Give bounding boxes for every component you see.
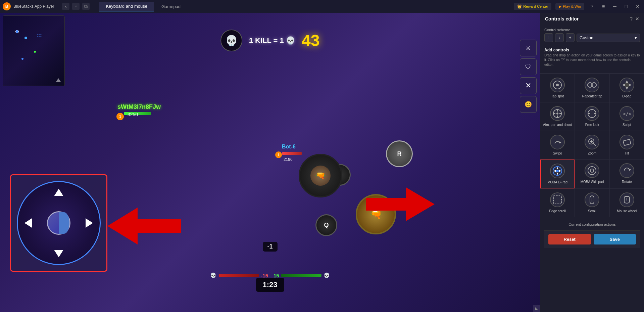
game-timer: 1:23: [256, 278, 284, 292]
ctrl-label-repeated-tap: Repeated tap: [582, 94, 602, 98]
panel-header-icons: ? ✕: [630, 16, 639, 21]
ctrl-icon-swipe: [550, 135, 565, 149]
red-arrow-left: [107, 208, 181, 244]
nav-multi-button[interactable]: ⧉: [82, 3, 90, 10]
bot-name: Bot-6: [282, 144, 296, 150]
kill-badge: 💀: [220, 30, 242, 51]
main-skill-circle[interactable]: 🔫: [299, 154, 342, 197]
ctrl-label-tap-spot: Tap spot: [551, 94, 564, 98]
score-left: 💀: [210, 272, 216, 278]
bot-health-bar: [282, 152, 302, 155]
reset-button[interactable]: Reset: [548, 234, 591, 244]
ctrl-icon-moba-skill-pad: [585, 163, 599, 178]
scheme-value: Custom: [580, 35, 595, 40]
weapon-circle[interactable]: 🔫: [356, 194, 396, 234]
ctrl-icon-free-look: [585, 106, 599, 121]
cross-button[interactable]: ✕: [520, 77, 537, 94]
config-actions-label: Current configuration actions: [544, 220, 640, 228]
scheme-add-button[interactable]: +: [566, 33, 575, 42]
app-logo: B: [3, 2, 11, 10]
ctrl-icon-script: </>: [620, 106, 634, 121]
svg-point-32: [556, 170, 559, 172]
menu-button[interactable]: ≡: [600, 3, 607, 10]
ctrl-item-mouse-wheel[interactable]: Mouse wheel: [610, 189, 644, 217]
maximize-button[interactable]: □: [623, 3, 630, 10]
ctrl-icon-tap-spot: [550, 78, 565, 92]
reward-center-button[interactable]: 👑 Reward Center: [514, 3, 551, 10]
ctrl-item-moba-skill-pad[interactable]: MOBA Skill pad: [575, 160, 609, 188]
game-area: ■ ■ ■■ ■ ■ 💀 1 KILL = 1 💀 43 ⚔ 🛡 ✕ 😊 sWt…: [0, 13, 540, 312]
panel-close-icon[interactable]: ✕: [635, 16, 639, 21]
scheme-row: ↑ ↓ + Custom ▾: [544, 33, 640, 42]
minimize-button[interactable]: ─: [611, 3, 618, 10]
ctrl-item-zoom[interactable]: Zoom: [575, 131, 609, 159]
sword-button[interactable]: ⚔: [520, 40, 537, 56]
dpad-circle: [17, 181, 101, 265]
add-controls-description: Drag and drop an action on your game scr…: [544, 53, 640, 67]
save-button[interactable]: Save: [594, 234, 636, 244]
right-panel: Controls editor ? ✕ Control scheme ↑ ↓ +…: [540, 13, 644, 312]
add-controls-title: Add controls: [544, 48, 640, 52]
ctrl-icon-d-pad: [620, 78, 634, 92]
kill-text: 1 KILL = 1 💀: [249, 36, 295, 45]
ctrl-item-repeated-tap[interactable]: Repeated tap: [575, 74, 609, 102]
bot-score: 2196: [284, 157, 293, 162]
ctrl-item-tilt[interactable]: Tilt: [610, 131, 644, 159]
ctrl-item-free-look[interactable]: Free look: [575, 102, 609, 131]
add-controls-section: Add controls Drag and drop an action on …: [540, 45, 644, 74]
arrow-head-right: [406, 187, 435, 221]
ctrl-label-tilt: Tilt: [625, 151, 629, 155]
reward-center-label: Reward Center: [523, 4, 548, 8]
ctrl-icon-moba-dpad: [550, 164, 565, 178]
ctrl-item-edge-scroll[interactable]: Edge scroll: [540, 189, 575, 217]
hud-top: 💀 1 KILL = 1 💀 43: [220, 30, 320, 51]
svg-marker-28: [556, 167, 558, 169]
ctrl-item-d-pad[interactable]: D-pad: [610, 74, 644, 102]
svg-marker-31: [559, 170, 561, 172]
ctrl-item-swipe[interactable]: Swipe: [540, 131, 575, 159]
kill-count: 43: [302, 31, 319, 50]
skill-q-button[interactable]: Q: [315, 214, 337, 236]
controls-grid: Tap spotRepeated tapD-padAim, pan and sh…: [540, 74, 644, 217]
nav-back-button[interactable]: ‹: [62, 3, 69, 10]
ctrl-item-moba-dpad[interactable]: MOBA D-Pad: [540, 160, 575, 188]
shield-button[interactable]: 🛡: [520, 58, 537, 75]
control-scheme-section: Control scheme ↑ ↓ + Custom ▾: [540, 25, 644, 45]
ctrl-item-tap-spot[interactable]: Tap spot: [540, 74, 575, 102]
tab-gamepad[interactable]: Gamepad: [155, 2, 187, 11]
scheme-upload-button[interactable]: ↑: [544, 33, 553, 42]
side-action-buttons: ⚔ 🛡 ✕ 😊: [520, 40, 537, 113]
smiley-button[interactable]: 😊: [520, 96, 537, 113]
ctrl-item-rotate[interactable]: Rotate: [610, 160, 644, 188]
dpad-center-button[interactable]: [47, 211, 70, 235]
panel-title: Controls editor: [545, 16, 579, 21]
dropdown-icon: ▾: [635, 35, 637, 40]
svg-line-23: [593, 143, 596, 146]
skull-icon: 💀: [225, 35, 238, 46]
score-right-num: 15: [274, 273, 279, 278]
svg-point-14: [556, 113, 558, 115]
close-button[interactable]: ✕: [634, 3, 641, 10]
svg-rect-26: [623, 139, 631, 146]
nav-home-button[interactable]: ⌂: [72, 3, 80, 10]
play-win-button[interactable]: ▶ Play & Win: [555, 3, 584, 10]
dpad-arrow-up: [54, 189, 63, 196]
left-arrow-indicator: [107, 208, 181, 244]
skill-r-button[interactable]: R: [386, 140, 413, 167]
ctrl-label-aim-pan-shoot: Aim, pan and shoot: [543, 123, 572, 127]
help-button[interactable]: ?: [588, 3, 596, 10]
svg-rect-36: [553, 196, 561, 204]
scheme-dropdown[interactable]: Custom ▾: [577, 34, 640, 42]
ctrl-item-aim-pan-shoot[interactable]: Aim, pan and shoot: [540, 102, 575, 131]
tab-keyboard-mouse[interactable]: Keyboard and mouse: [99, 2, 154, 11]
ctrl-item-script[interactable]: </>Script: [610, 102, 644, 131]
corner-indicator: [533, 305, 540, 312]
moba-dpad-control[interactable]: [10, 174, 107, 272]
ctrl-label-free-look: Free look: [585, 123, 599, 127]
ctrl-item-scroll[interactable]: Scroll: [575, 189, 609, 217]
panel-help-icon[interactable]: ?: [630, 16, 633, 21]
ctrl-label-mouse-wheel: Mouse wheel: [617, 209, 637, 213]
dpad-arrow-left: [24, 218, 32, 228]
svg-marker-29: [556, 173, 558, 175]
scheme-download-button[interactable]: ↓: [555, 33, 564, 42]
